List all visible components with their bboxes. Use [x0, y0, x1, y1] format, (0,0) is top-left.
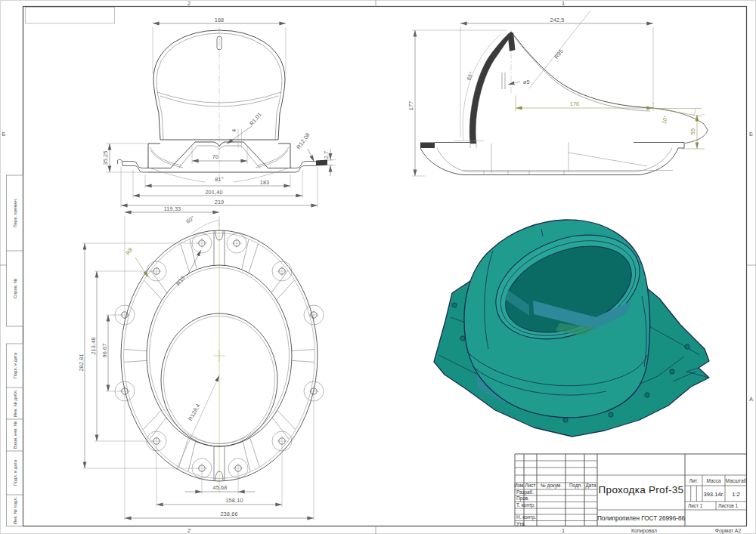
tb-col-data: Дата — [585, 483, 596, 489]
tb-col-docnum: № докум. — [541, 483, 562, 489]
stamp-label: Перв. примен. — [13, 198, 17, 228]
tb-mass-label: Масса — [707, 478, 721, 483]
dim-70: 70 — [212, 153, 218, 160]
tb-role-prov: Пров. — [516, 495, 529, 502]
dim-2-7: 2,7 — [323, 151, 330, 159]
tb-col-izm: Изм. — [514, 483, 525, 488]
tb-role-utv: Утв. — [516, 521, 525, 526]
sheet-number: Лист 1 — [688, 503, 703, 508]
dim-55: 55 — [689, 128, 696, 134]
dim-219: 219 — [215, 199, 225, 205]
stamp-label: Подп. и дата — [13, 459, 17, 486]
stamp-label: Инв. № дубл. — [13, 389, 17, 417]
dim-4: 4 — [231, 129, 237, 132]
dim-96-67: 96,67 — [101, 343, 108, 357]
tb-col-list: Лист — [525, 483, 536, 488]
mass-value: 393.14г. — [703, 491, 723, 498]
dim-168: 168 — [215, 17, 225, 23]
stamp-label: Инв. № подл. — [13, 496, 17, 524]
dim-177: 177 — [407, 101, 414, 111]
format-label: Формат А2 — [715, 528, 742, 534]
dim-282-81: 282,81 — [78, 353, 85, 371]
zone-right-b: Б — [749, 131, 753, 137]
tb-scale-label: Масштаб — [726, 478, 747, 483]
copied-label: Копировал — [631, 528, 657, 534]
stamp-label: Взам. инв. № — [13, 421, 17, 449]
dim-183: 183 — [260, 179, 270, 186]
dim-158-10: 158,10 — [225, 497, 243, 504]
sheets-total: Листов 1 — [718, 503, 739, 508]
dim-81: 81° — [215, 176, 224, 183]
tb-role-nkontr: Н. контр. — [516, 514, 537, 520]
drawing-title: Проходка Prof-35 — [599, 484, 684, 495]
tb-role-razrab: Разраб. — [516, 489, 534, 495]
dim-35-25: 35,25 — [102, 150, 109, 165]
dim-242-5: 242,5 — [550, 17, 564, 23]
pan-left-hatch — [420, 143, 435, 149]
drawing-sheet: 2 1 2 1 Б А Б Перв. примен. Справ. № Под… — [0, 0, 756, 534]
dim-45-68: 45,68 — [212, 484, 227, 491]
dim-d5: ⌀5 — [523, 79, 530, 85]
zone-top-1: 1 — [562, 0, 565, 7]
tb-lit-label: Лит. — [689, 478, 699, 483]
stamp-label: Подп. и дата — [13, 352, 17, 378]
dim-170: 170 — [570, 100, 580, 107]
scale-value: 1:2 — [732, 491, 740, 498]
dim-213-48: 213,48 — [90, 337, 97, 354]
stamp-label: Справ. № — [13, 279, 17, 299]
zone-right-a: А — [749, 396, 753, 403]
tb-role-tkontr: Т. контр. — [516, 502, 535, 508]
zone-bottom-1: 1 — [562, 527, 565, 534]
drawing-canvas: 2 1 2 1 Б А Б Перв. примен. Справ. № Под… — [0, 0, 756, 534]
dim-201-40: 201,40 — [205, 189, 222, 196]
zone-bottom-2: 2 — [187, 527, 191, 534]
tb-col-podp: Подп. — [569, 483, 582, 489]
dim-238-66: 238,66 — [220, 511, 237, 517]
material-spec: Полипропилен ГОСТ 26996-86 — [597, 515, 686, 522]
zone-left-b: Б — [2, 131, 6, 137]
dim-119-33: 119,33 — [164, 205, 181, 212]
zone-top-2: 2 — [187, 0, 191, 7]
flange-right-hatch — [316, 160, 327, 166]
